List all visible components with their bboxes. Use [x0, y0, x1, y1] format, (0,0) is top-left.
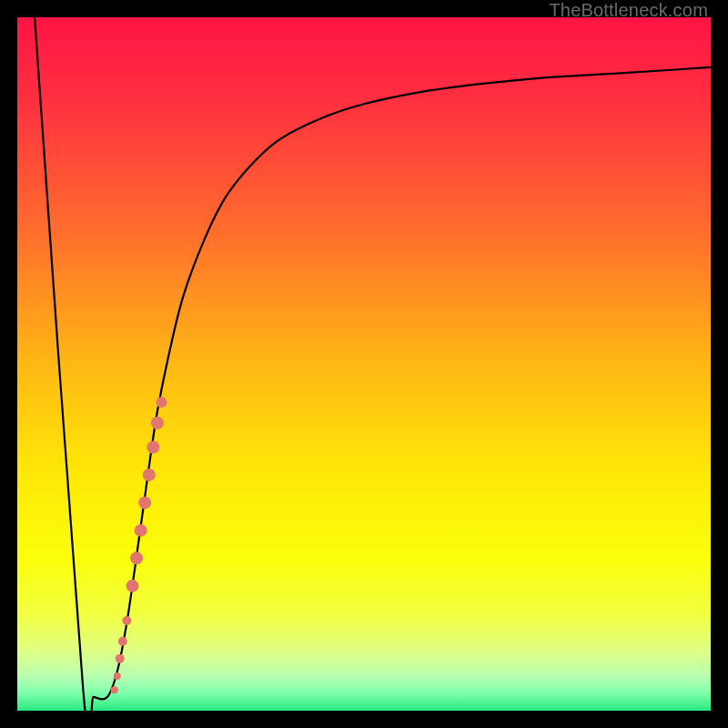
highlight-dot — [157, 397, 167, 408]
highlight-dot — [118, 637, 127, 646]
highlight-dot — [138, 496, 151, 509]
highlight-dot — [130, 551, 143, 564]
highlight-dot — [135, 524, 147, 537]
highlight-dot — [111, 686, 118, 693]
highlight-dot — [114, 672, 121, 680]
chart-overlay — [17, 17, 711, 711]
highlight-dot — [122, 616, 131, 625]
bottleneck-curve — [35, 17, 711, 711]
highlight-dot — [151, 417, 164, 430]
highlight-dot — [126, 580, 138, 592]
highlight-dot — [116, 654, 125, 663]
chart-frame: TheBottleneck.com — [0, 0, 728, 728]
plot-area — [17, 17, 711, 711]
highlight-dot — [147, 440, 159, 453]
watermark-text: TheBottleneck.com — [549, 0, 708, 21]
highlight-dot — [143, 469, 156, 481]
